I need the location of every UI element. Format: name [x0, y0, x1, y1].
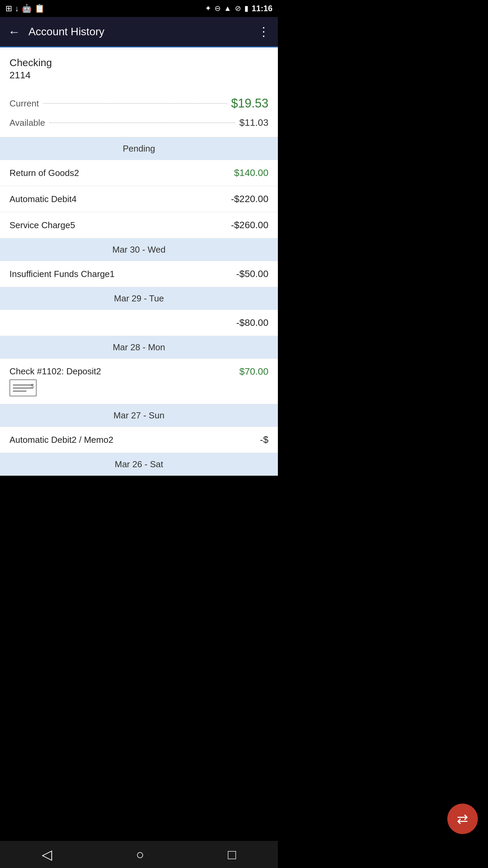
balance-section: Current $19.53 Available $11.03: [0, 87, 278, 137]
table-row[interactable]: Automatic Debit2 / Memo2 -$: [0, 427, 278, 453]
status-left-icons: ⊞ ↓ 🤖 📋: [5, 4, 45, 13]
account-type: Checking: [9, 57, 268, 68]
current-amount: $19.53: [228, 96, 268, 111]
check-deposit-wrapper: Check #1102: Deposit2 $: [9, 366, 101, 396]
status-bar: ⊞ ↓ 🤖 📋 ✦ ⊖ ▲ ⊘ ▮ 11:16: [0, 0, 278, 17]
date-header-mar26: Mar 26 - Sat: [0, 453, 278, 476]
account-header: Checking 2114: [0, 47, 278, 87]
table-row[interactable]: -$80.00: [0, 310, 278, 336]
back-button[interactable]: ←: [5, 23, 23, 40]
table-row[interactable]: Automatic Debit4 -$220.00: [0, 186, 278, 212]
time-display: 11:16: [252, 4, 272, 13]
battery-icon: ▮: [244, 4, 248, 13]
available-balance-row: Available $11.03: [9, 114, 268, 132]
main-content: Checking 2114 Current $19.53 Available $…: [0, 47, 278, 476]
transaction-description: Return of Goods2: [9, 168, 234, 178]
dotted-line-current: [43, 103, 227, 104]
transaction-description: Service Charge5: [9, 220, 231, 231]
check-icon: $: [9, 379, 37, 396]
bluetooth-icon: ✦: [205, 4, 211, 13]
transaction-amount: -$: [260, 434, 268, 445]
transaction-amount: $140.00: [234, 167, 268, 178]
transaction-amount: -$220.00: [231, 194, 268, 204]
transaction-amount: -$260.00: [231, 220, 268, 231]
available-amount: $11.03: [237, 117, 268, 128]
app-bar: ← Account History ⋮: [0, 17, 278, 47]
app-icon-1: ⊞: [5, 4, 12, 13]
current-label: Current: [9, 98, 42, 109]
status-right-icons: ✦ ⊖ ▲ ⊘ ▮ 11:16: [205, 4, 272, 13]
date-header-mar30: Mar 30 - Wed: [0, 238, 278, 261]
app-icon-4: 📋: [35, 4, 45, 13]
app-icon-3: 🤖: [22, 4, 32, 13]
pending-header: Pending: [0, 137, 278, 160]
available-label: Available: [9, 118, 48, 128]
transaction-amount: $70.00: [239, 366, 268, 377]
transaction-description: Automatic Debit2 / Memo2: [9, 435, 260, 445]
table-row[interactable]: Check #1102: Deposit2 $ $70.00: [0, 359, 278, 404]
table-row[interactable]: Return of Goods2 $140.00: [0, 160, 278, 186]
table-row[interactable]: Service Charge5 -$260.00: [0, 212, 278, 238]
transaction-description: Check #1102: Deposit2: [9, 366, 101, 377]
app-bar-title: Account History: [28, 25, 255, 38]
app-icon-2: ↓: [15, 4, 19, 13]
transaction-description: Insufficient Funds Charge1: [9, 269, 236, 279]
transaction-description: Automatic Debit4: [9, 194, 231, 204]
more-options-button[interactable]: ⋮: [255, 23, 272, 40]
table-row[interactable]: Insufficient Funds Charge1 -$50.00: [0, 261, 278, 287]
minus-icon: ⊖: [215, 4, 221, 13]
no-sim-icon: ⊘: [235, 4, 241, 13]
date-header-mar28: Mar 28 - Mon: [0, 336, 278, 359]
transaction-amount: -$80.00: [236, 317, 268, 328]
account-number: 2114: [9, 70, 268, 81]
wifi-icon: ▲: [224, 4, 231, 13]
date-header-mar29: Mar 29 - Tue: [0, 287, 278, 310]
dotted-line-available: [49, 122, 235, 123]
date-header-mar27: Mar 27 - Sun: [0, 404, 278, 427]
current-balance-row: Current $19.53: [9, 93, 268, 114]
transaction-amount: -$50.00: [236, 269, 268, 279]
